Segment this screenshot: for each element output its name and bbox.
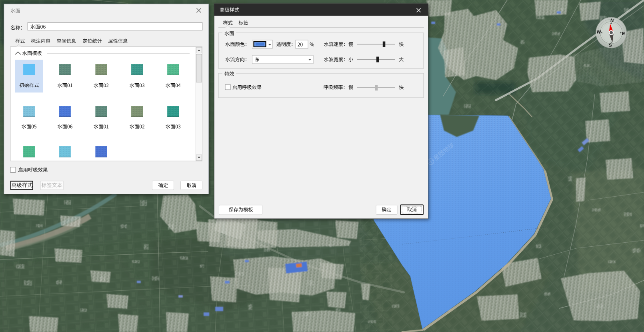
svg-text:E: E <box>622 31 626 36</box>
svg-text:S: S <box>609 42 612 48</box>
svg-text:N: N <box>610 18 614 23</box>
svg-text:W: W <box>596 29 601 34</box>
